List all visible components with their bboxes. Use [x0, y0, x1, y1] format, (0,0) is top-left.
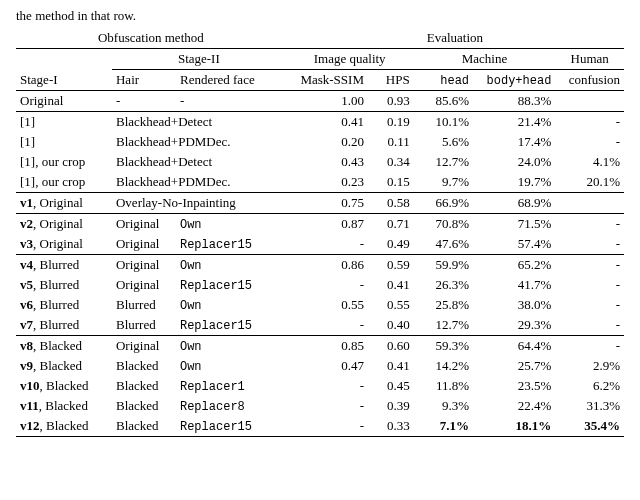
- cell-hair: Original: [112, 336, 176, 357]
- cell-stage1: Original: [16, 91, 112, 112]
- cell-human: -: [555, 315, 624, 336]
- table-row: v5, BlurredOriginalReplacer15-0.4126.3%4…: [16, 275, 624, 295]
- cell-head: 9.3%: [414, 396, 473, 416]
- cell-human: -: [555, 295, 624, 315]
- table-row: v10, BlackedBlackedReplacer1-0.4511.8%23…: [16, 376, 624, 396]
- cell-head: 70.8%: [414, 214, 473, 235]
- cell-stage1: v3, Original: [16, 234, 112, 255]
- cell-rendered: Replacer15: [176, 234, 286, 255]
- cell-human: -: [555, 112, 624, 133]
- cell-hair: Original: [112, 275, 176, 295]
- table-row: [1]Blackhead+PDMDec.0.200.115.6%17.4%-: [16, 132, 624, 152]
- cell-human: 6.2%: [555, 376, 624, 396]
- cell-bodyhead: 65.2%: [473, 255, 555, 276]
- cell-head: 10.1%: [414, 112, 473, 133]
- cell-bodyhead: 68.9%: [473, 193, 555, 214]
- table-row: [1]Blackhead+Detect0.410.1910.1%21.4%-: [16, 112, 624, 133]
- cell-human: 20.1%: [555, 172, 624, 193]
- cell-hair: Blacked: [112, 416, 176, 437]
- cell-hps: 0.58: [368, 193, 414, 214]
- cell-human: -: [555, 275, 624, 295]
- cell-stage2-merged: Blackhead+Detect: [112, 112, 286, 133]
- cell-human: [555, 91, 624, 112]
- table-row: v6, BlurredBlurredOwn0.550.5525.8%38.0%-: [16, 295, 624, 315]
- cell-rendered: Replacer15: [176, 315, 286, 336]
- cell-mask-ssim: -: [286, 396, 368, 416]
- cell-mask-ssim: 0.47: [286, 356, 368, 376]
- table-row: v9, BlackedBlackedOwn0.470.4114.2%25.7%2…: [16, 356, 624, 376]
- cell-mask-ssim: -: [286, 376, 368, 396]
- cell-human: -: [555, 255, 624, 276]
- cell-mask-ssim: -: [286, 234, 368, 255]
- cell-stage1: [1]: [16, 112, 112, 133]
- cell-hps: 0.71: [368, 214, 414, 235]
- cell-hps: 0.33: [368, 416, 414, 437]
- hdr-stage2: Stage-II: [112, 49, 286, 70]
- hdr-obfuscation: Obfuscation method: [16, 28, 286, 49]
- hdr-evaluation: Evaluation: [286, 28, 624, 49]
- cell-human: -: [555, 214, 624, 235]
- cell-stage1: v7, Blurred: [16, 315, 112, 336]
- cell-bodyhead: 38.0%: [473, 295, 555, 315]
- cell-human: -: [555, 132, 624, 152]
- cell-hps: 0.49: [368, 234, 414, 255]
- cell-bodyhead: 88.3%: [473, 91, 555, 112]
- cell-hps: 0.59: [368, 255, 414, 276]
- hdr-hair: Hair: [112, 70, 176, 91]
- cell-bodyhead: 71.5%: [473, 214, 555, 235]
- table-row: v12, BlackedBlackedReplacer15-0.337.1%18…: [16, 416, 624, 437]
- hdr-bodyhead: body+head: [473, 70, 555, 91]
- cell-stage2-merged: Overlay-No-Inpainting: [112, 193, 286, 214]
- cell-mask-ssim: 0.85: [286, 336, 368, 357]
- cell-hair: Blurred: [112, 295, 176, 315]
- table-row: [1], our cropBlackhead+PDMDec.0.230.159.…: [16, 172, 624, 193]
- cell-stage1: v8, Blacked: [16, 336, 112, 357]
- cell-human: 4.1%: [555, 152, 624, 172]
- cell-head: 59.3%: [414, 336, 473, 357]
- cell-hps: 0.60: [368, 336, 414, 357]
- table-row: v7, BlurredBlurredReplacer15-0.4012.7%29…: [16, 315, 624, 336]
- cell-head: 7.1%: [414, 416, 473, 437]
- cell-rendered: Own: [176, 356, 286, 376]
- table-row: v3, OriginalOriginalReplacer15-0.4947.6%…: [16, 234, 624, 255]
- cell-human: 2.9%: [555, 356, 624, 376]
- cell-stage1: v4, Blurred: [16, 255, 112, 276]
- cell-bodyhead: 64.4%: [473, 336, 555, 357]
- cell-bodyhead: 29.3%: [473, 315, 555, 336]
- cell-stage1: v10, Blacked: [16, 376, 112, 396]
- cell-head: 9.7%: [414, 172, 473, 193]
- cell-hair: Original: [112, 234, 176, 255]
- cell-stage1: v6, Blurred: [16, 295, 112, 315]
- cell-stage2-merged: Blackhead+PDMDec.: [112, 132, 286, 152]
- cell-rendered: Replacer8: [176, 396, 286, 416]
- cell-mask-ssim: 0.23: [286, 172, 368, 193]
- cell-stage1: [1], our crop: [16, 172, 112, 193]
- cell-bodyhead: 24.0%: [473, 152, 555, 172]
- cell-mask-ssim: -: [286, 416, 368, 437]
- cell-mask-ssim: -: [286, 275, 368, 295]
- cell-rendered: -: [176, 91, 286, 112]
- cell-hair: Original: [112, 255, 176, 276]
- hdr-image-quality: Image quality: [286, 49, 414, 70]
- cell-stage2-merged: Blackhead+PDMDec.: [112, 172, 286, 193]
- cell-rendered: Replacer1: [176, 376, 286, 396]
- cell-head: 12.7%: [414, 152, 473, 172]
- cell-bodyhead: 57.4%: [473, 234, 555, 255]
- hdr-confusion: confusion: [555, 70, 624, 91]
- cell-mask-ssim: 0.86: [286, 255, 368, 276]
- table-row: v4, BlurredOriginalOwn0.860.5959.9%65.2%…: [16, 255, 624, 276]
- table-row: v1, OriginalOverlay-No-Inpainting0.750.5…: [16, 193, 624, 214]
- cell-stage2-merged: Blackhead+Detect: [112, 152, 286, 172]
- cell-mask-ssim: 1.00: [286, 91, 368, 112]
- cell-bodyhead: 21.4%: [473, 112, 555, 133]
- cell-human: -: [555, 234, 624, 255]
- cell-hair: Blurred: [112, 315, 176, 336]
- cell-bodyhead: 22.4%: [473, 396, 555, 416]
- cell-mask-ssim: 0.43: [286, 152, 368, 172]
- cell-mask-ssim: 0.55: [286, 295, 368, 315]
- cell-head: 66.9%: [414, 193, 473, 214]
- results-table: Obfuscation method Evaluation Stage-II I…: [16, 28, 624, 437]
- cell-stage1: v2, Original: [16, 214, 112, 235]
- cell-hps: 0.41: [368, 356, 414, 376]
- cell-hps: 0.39: [368, 396, 414, 416]
